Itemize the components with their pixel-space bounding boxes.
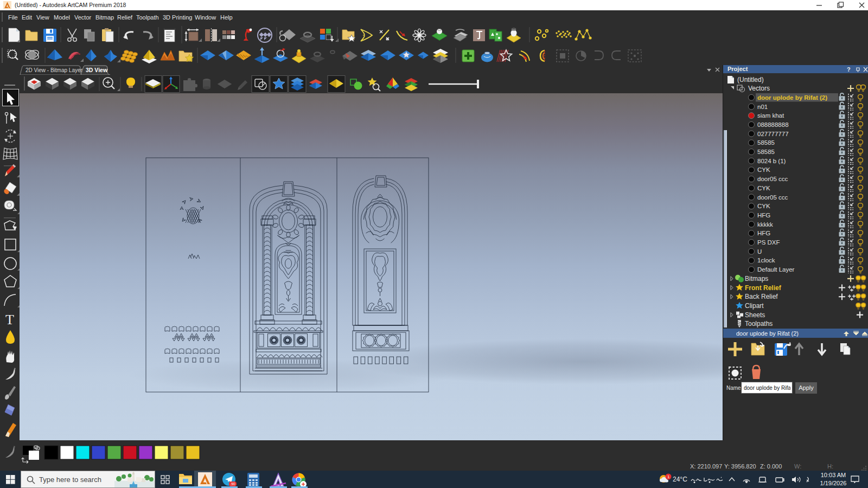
svg-text:HFG: HFG (757, 230, 770, 236)
svg-text:?: ? (847, 66, 851, 73)
svg-text:1: 1 (667, 474, 670, 479)
svg-text:Bitmaps: Bitmaps (745, 275, 768, 282)
svg-text:58585: 58585 (757, 149, 775, 155)
svg-text:(Untitled): (Untitled) (737, 76, 764, 84)
svg-text:Front Relief: Front Relief (745, 284, 782, 292)
svg-text:T: T (5, 312, 14, 328)
svg-text:HFG: HFG (757, 212, 770, 219)
svg-text:U: U (757, 248, 762, 255)
svg-text:3D View: 3D View (86, 67, 108, 73)
svg-text:Toolpaths: Toolpaths (745, 320, 773, 328)
svg-text:.90: .90 (230, 482, 235, 486)
svg-text:088888888: 088888888 (757, 121, 789, 128)
svg-text:Default Layer: Default Layer (757, 266, 795, 273)
svg-text:door uplode by Rifat (2): door uplode by Rifat (2) (757, 94, 827, 101)
svg-text:Sheets: Sheets (745, 311, 765, 319)
svg-text:PS DXF: PS DXF (757, 239, 780, 246)
svg-text:door05 ccc: door05 ccc (757, 176, 788, 182)
svg-text:CYK: CYK (757, 203, 770, 209)
svg-text:Vectors: Vectors (748, 85, 770, 92)
svg-text:027777777: 027777777 (757, 131, 789, 137)
svg-text:CYK: CYK (757, 166, 770, 173)
svg-text:door05 ccc: door05 ccc (757, 194, 788, 201)
svg-text:kkkkk: kkkkk (757, 221, 773, 228)
svg-text:58585: 58585 (757, 139, 775, 146)
svg-text:Back Relief: Back Relief (745, 293, 778, 300)
svg-text:2D View - Bitmap Layer: 2D View - Bitmap Layer (25, 67, 83, 73)
svg-text:CYK: CYK (757, 185, 770, 191)
svg-text:siam khat: siam khat (757, 112, 784, 119)
svg-text:n01: n01 (757, 104, 768, 110)
svg-text:1clock: 1clock (757, 257, 775, 264)
svg-text:8024 b (1): 8024 b (1) (757, 158, 786, 164)
svg-text:Clipart: Clipart (745, 302, 764, 310)
